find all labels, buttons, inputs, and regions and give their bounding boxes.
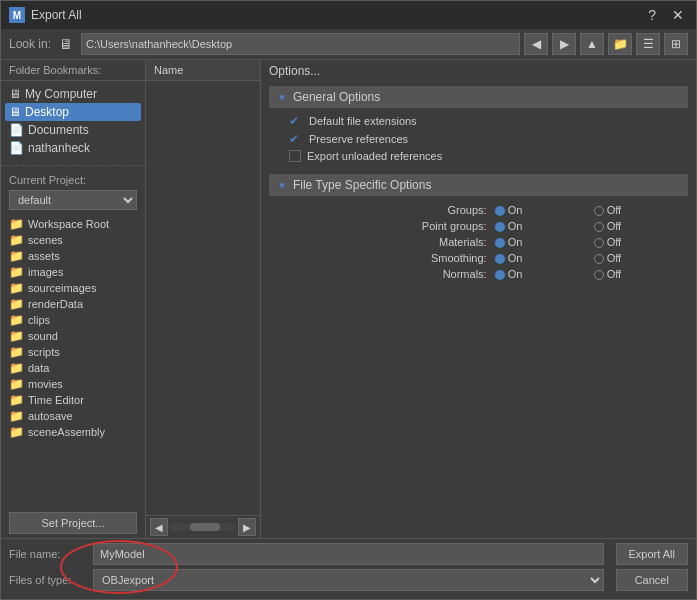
folder-icon-movies: 📁 bbox=[9, 377, 24, 391]
folder-icon-images: 📁 bbox=[9, 265, 24, 279]
groups-off-radio[interactable]: Off bbox=[590, 202, 688, 218]
bookmark-documents[interactable]: 📄 Documents bbox=[5, 121, 141, 139]
project-file-clips[interactable]: 📁 clips bbox=[5, 312, 141, 328]
nav-forward-btn[interactable]: ▶ bbox=[552, 33, 576, 55]
project-file-scenes[interactable]: 📁 scenes bbox=[5, 232, 141, 248]
project-file-label: sound bbox=[28, 330, 58, 342]
project-file-label: autosave bbox=[28, 410, 73, 422]
project-file-sound[interactable]: 📁 sound bbox=[5, 328, 141, 344]
filetype-section-arrow: ▼ bbox=[277, 180, 287, 191]
filetype-combo[interactable]: OBJexport bbox=[93, 569, 604, 591]
radio-dot-pointgroups-on bbox=[495, 222, 505, 232]
app-icon: M bbox=[9, 7, 25, 23]
scroll-right-btn[interactable]: ▶ bbox=[238, 518, 256, 536]
project-file-renderdata[interactable]: 📁 renderData bbox=[5, 296, 141, 312]
desktop-icon: 🖥 bbox=[9, 105, 21, 119]
row-pointgroups: Point groups: On Off bbox=[289, 218, 688, 234]
look-in-label: Look in: bbox=[9, 37, 51, 51]
option-preserve-references[interactable]: ✔ Preserve references bbox=[289, 132, 688, 146]
cancel-button[interactable]: Cancel bbox=[616, 569, 688, 591]
project-file-data[interactable]: 📁 data bbox=[5, 360, 141, 376]
normals-label: Normals: bbox=[289, 266, 491, 282]
action-buttons: Export All Cancel bbox=[616, 543, 688, 591]
nav-up-btn[interactable]: ▲ bbox=[580, 33, 604, 55]
file-list-header: Name bbox=[146, 60, 260, 81]
toolbar: Look in: 🖥 ◀ ▶ ▲ 📁 ☰ ⊞ bbox=[1, 29, 696, 60]
bottom-fields-container: File name: Files of type: OBJexport E bbox=[9, 543, 688, 595]
pointgroups-label: Point groups: bbox=[289, 218, 491, 234]
options-title[interactable]: Options... bbox=[269, 64, 688, 78]
title-bar: M Export All ? ✕ bbox=[1, 1, 696, 29]
materials-on-radio[interactable]: On bbox=[491, 234, 590, 250]
pointgroups-off-radio[interactable]: Off bbox=[590, 218, 688, 234]
materials-off-radio[interactable]: Off bbox=[590, 234, 688, 250]
radio-empty-normals-off bbox=[594, 270, 604, 280]
row-smoothing: Smoothing: On Off bbox=[289, 250, 688, 266]
option-export-unloaded[interactable]: Export unloaded references bbox=[289, 150, 688, 162]
filetype-options-header[interactable]: ▼ File Type Specific Options bbox=[269, 174, 688, 196]
radio-empty-materials-off bbox=[594, 238, 604, 248]
project-file-workspace-root[interactable]: 📁 Workspace Root bbox=[5, 216, 141, 232]
project-file-assets[interactable]: 📁 assets bbox=[5, 248, 141, 264]
title-bar-controls: ? ✕ bbox=[644, 7, 688, 23]
bookmark-mycomputer[interactable]: 🖥 My Computer bbox=[5, 85, 141, 103]
filetype-options-content: Groups: On Off Point groups: On Off Mate… bbox=[269, 202, 688, 282]
project-file-movies[interactable]: 📁 movies bbox=[5, 376, 141, 392]
filename-input[interactable] bbox=[93, 543, 604, 565]
bookmark-nathanheck[interactable]: 📄 nathanheck bbox=[5, 139, 141, 157]
normals-on-radio[interactable]: On bbox=[491, 266, 590, 282]
project-file-label: Time Editor bbox=[28, 394, 84, 406]
nav-back-btn[interactable]: ◀ bbox=[524, 33, 548, 55]
project-file-sceneassembly[interactable]: 📁 sceneAssembly bbox=[5, 424, 141, 440]
user-icon: 📄 bbox=[9, 141, 24, 155]
help-button[interactable]: ? bbox=[644, 7, 660, 23]
folder-icon-toolbar: 🖥 bbox=[59, 36, 73, 52]
radio-empty-groups-off bbox=[594, 206, 604, 216]
project-file-label: scenes bbox=[28, 234, 63, 246]
bookmark-desktop[interactable]: 🖥 Desktop bbox=[5, 103, 141, 121]
new-folder-btn[interactable]: 📁 bbox=[608, 33, 632, 55]
general-options-header[interactable]: ▼ General Options bbox=[269, 86, 688, 108]
file-list-panel: Name ◀ ▶ bbox=[146, 60, 261, 538]
pointgroups-on-radio[interactable]: On bbox=[491, 218, 590, 234]
option-export-unloaded-label: Export unloaded references bbox=[307, 150, 442, 162]
close-button[interactable]: ✕ bbox=[668, 7, 688, 23]
bookmarks-list: 🖥 My Computer 🖥 Desktop 📄 Documents 📄 na… bbox=[1, 81, 145, 161]
radio-dot-smoothing-on bbox=[495, 254, 505, 264]
general-options-content: ✔ Default file extensions ✔ Preserve ref… bbox=[269, 114, 688, 166]
smoothing-on-radio[interactable]: On bbox=[491, 250, 590, 266]
groups-label: Groups: bbox=[289, 202, 491, 218]
groups-on-radio[interactable]: On bbox=[491, 202, 590, 218]
bottom-fields: File name: Files of type: OBJexport bbox=[9, 543, 604, 595]
project-file-label: renderData bbox=[28, 298, 83, 310]
current-project-label: Current Project: bbox=[9, 174, 137, 186]
set-project-button[interactable]: Set Project... bbox=[9, 512, 137, 534]
folder-icon-sourceimages: 📁 bbox=[9, 281, 24, 295]
normals-off-radio[interactable]: Off bbox=[590, 266, 688, 282]
export-all-button[interactable]: Export All bbox=[616, 543, 688, 565]
project-combo[interactable]: default bbox=[9, 190, 137, 210]
folder-icon-workspace: 📁 bbox=[9, 217, 24, 231]
scroll-left-btn[interactable]: ◀ bbox=[150, 518, 168, 536]
folder-icon-data: 📁 bbox=[9, 361, 24, 375]
project-file-autosave[interactable]: 📁 autosave bbox=[5, 408, 141, 424]
detail-view-btn[interactable]: ⊞ bbox=[664, 33, 688, 55]
filename-row-wrapper: File name: bbox=[9, 543, 604, 565]
row-normals: Normals: On Off bbox=[289, 266, 688, 282]
computer-icon: 🖥 bbox=[9, 87, 21, 101]
option-default-extensions[interactable]: ✔ Default file extensions bbox=[289, 114, 688, 128]
project-file-sourceimages[interactable]: 📁 sourceimages bbox=[5, 280, 141, 296]
folder-icon-assets: 📁 bbox=[9, 249, 24, 263]
project-file-timeeditor[interactable]: 📁 Time Editor bbox=[5, 392, 141, 408]
scroll-thumb[interactable] bbox=[190, 523, 220, 531]
filetype-row: Files of type: OBJexport bbox=[9, 569, 604, 591]
look-in-input[interactable] bbox=[81, 33, 520, 55]
project-file-images[interactable]: 📁 images bbox=[5, 264, 141, 280]
list-view-btn[interactable]: ☰ bbox=[636, 33, 660, 55]
radio-empty-pointgroups-off bbox=[594, 222, 604, 232]
options-panel: Options... ▼ General Options ✔ Default f… bbox=[261, 60, 696, 538]
project-file-scripts[interactable]: 📁 scripts bbox=[5, 344, 141, 360]
bookmark-desktop-label: Desktop bbox=[25, 105, 69, 119]
filename-label: File name: bbox=[9, 548, 89, 560]
smoothing-off-radio[interactable]: Off bbox=[590, 250, 688, 266]
